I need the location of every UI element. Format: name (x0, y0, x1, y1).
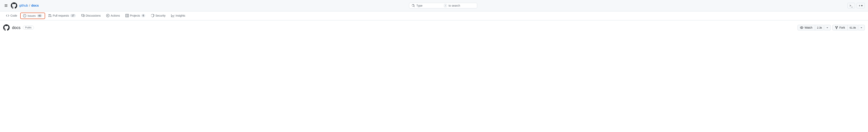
path-separator: / (29, 4, 30, 7)
tab-issues[interactable]: Issues 40 (20, 13, 45, 19)
tab-actions-label: Actions (111, 14, 120, 17)
search-bar[interactable]: Type / to search (409, 3, 477, 8)
security-icon (151, 14, 154, 17)
tab-security-label: Security (155, 14, 165, 17)
terminal-label: >_ (849, 4, 853, 7)
watch-button-group: Watch 2.3k (798, 25, 831, 31)
projects-icon (125, 14, 129, 17)
tab-pr-label: Pull requests (53, 14, 69, 17)
github-icon (11, 2, 17, 9)
search-icon (412, 4, 415, 7)
tab-discussions[interactable]: Discussions (79, 12, 104, 20)
watch-count[interactable]: 2.3k (815, 25, 824, 31)
fork-count[interactable]: 61.9k (847, 25, 858, 31)
add-icon-label: + (859, 4, 860, 7)
tab-projects-label: Projects (130, 14, 140, 17)
repo-header: docs Public Watch 2.3k (0, 20, 868, 35)
repo-action-buttons: Watch 2.3k Fork 61.9k (798, 25, 865, 31)
add-new-button[interactable]: + ▾ (857, 3, 865, 8)
watch-button[interactable]: Watch (798, 25, 815, 31)
tab-projects[interactable]: Projects 6 (123, 12, 148, 20)
terminal-button[interactable]: >_ (847, 3, 855, 8)
pull-request-icon (48, 14, 52, 17)
fork-button[interactable]: Fork (832, 25, 847, 31)
watch-dropdown-button[interactable] (824, 25, 831, 31)
top-navbar: github / docs Type / to search >_ + ▾ (0, 0, 868, 11)
github-logo[interactable] (11, 2, 17, 9)
insights-icon (171, 14, 174, 17)
tab-issues-label: Issues (27, 14, 35, 17)
eye-icon (800, 26, 803, 29)
search-kbd-shortcut: / (444, 4, 447, 7)
hamburger-button[interactable] (3, 3, 9, 8)
discussions-icon (81, 14, 85, 17)
repo-info: docs Public (3, 25, 34, 31)
repo-name[interactable]: docs (31, 4, 39, 7)
repo-title[interactable]: docs (12, 26, 21, 30)
projects-count-badge: 6 (141, 14, 146, 17)
repo-logo (3, 25, 10, 31)
issues-count-badge: 40 (37, 14, 42, 17)
tab-insights[interactable]: Insights (168, 12, 188, 20)
actions-icon (106, 14, 110, 17)
fork-chevron-down-icon (860, 26, 863, 29)
search-placeholder-text: Type (416, 4, 442, 7)
navbar-right: >_ + ▾ (847, 3, 865, 8)
search-suffix-text: to search (448, 4, 474, 7)
tab-discussions-label: Discussions (86, 14, 101, 17)
fork-icon (835, 26, 838, 29)
fork-dropdown-button[interactable] (858, 25, 865, 31)
navbar-left: github / docs (3, 2, 39, 9)
pr-count-badge: 17 (70, 14, 75, 17)
fork-label: Fork (839, 26, 845, 29)
fork-button-group: Fork 61.9k (832, 25, 865, 31)
navbar-center: Type / to search (41, 3, 845, 8)
repo-github-icon (3, 25, 10, 31)
issue-icon (23, 14, 26, 17)
watch-label: Watch (804, 26, 812, 29)
tab-code-label: Code (10, 14, 17, 17)
visibility-badge: Public (23, 26, 34, 30)
hamburger-icon (4, 4, 8, 7)
repo-owner[interactable]: github (19, 4, 28, 7)
add-chevron-icon: ▾ (861, 4, 863, 7)
tab-pull-requests[interactable]: Pull requests 17 (45, 12, 79, 20)
code-icon (6, 14, 9, 17)
tab-code[interactable]: Code (3, 12, 20, 20)
repo-nav-tabs: Code Issues 40 Pull requests 17 Discussi… (0, 11, 868, 20)
repo-path: github / docs (19, 4, 39, 7)
tab-insights-label: Insights (176, 14, 185, 17)
tab-actions[interactable]: Actions (103, 12, 123, 20)
chevron-down-icon (826, 26, 829, 29)
tab-security[interactable]: Security (148, 12, 168, 20)
